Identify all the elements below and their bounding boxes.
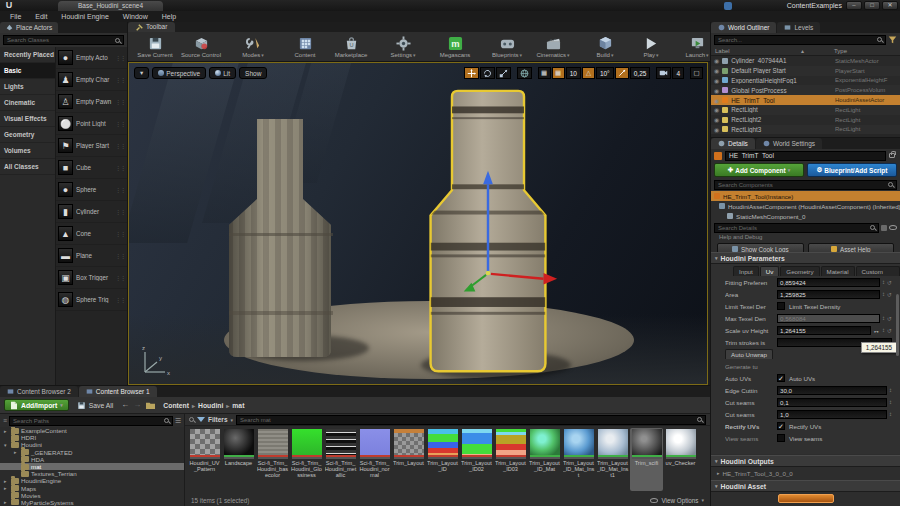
asset-tile[interactable]: Trim_Layout_ID_Mat_Inst1 <box>596 428 629 491</box>
grip-icon[interactable]: ⋮⋮ <box>115 98 125 105</box>
visibility-eye-icon[interactable]: ◉ <box>714 57 719 64</box>
outliner-row[interactable]: ◉ HE_TrimT_Tool HoudiniAssetActor <box>711 95 900 105</box>
display-filter-eye-icon[interactable] <box>889 225 897 230</box>
grip-icon[interactable]: ⋮⋮ <box>115 54 125 61</box>
type-column-header[interactable]: Type <box>834 48 896 54</box>
viewport-canvas[interactable]: ▾ Perspective Lit Show <box>128 62 708 385</box>
add-import-button[interactable]: Add/Import ▾ <box>4 399 69 411</box>
visibility-eye-icon[interactable]: ◉ <box>714 106 719 113</box>
expand-arrow-icon[interactable]: ▾ <box>4 442 9 448</box>
houdini-parameters-header[interactable]: ▾ Houdini Parameters <box>711 252 900 264</box>
outliner-row[interactable]: ◉ RectLight2 RectLight <box>711 115 900 125</box>
grip-icon[interactable]: ⋮⋮ <box>115 186 125 193</box>
show-cook-logs-button[interactable]: Show Cook Logs <box>717 243 804 252</box>
sources-toggle-icon[interactable]: ≡ <box>3 417 7 424</box>
folder-row[interactable]: ▸ _GENERATED <box>0 449 184 456</box>
actor-item[interactable]: ⚑ Player Start ⋮⋮ <box>56 135 127 157</box>
parameter-tab[interactable]: Uv <box>760 266 780 276</box>
grip-icon[interactable]: ⋮⋮ <box>115 252 125 259</box>
rotation-snap-value[interactable]: 10° <box>596 67 614 79</box>
level-tab[interactable]: Base_Houdini_scene4 <box>58 1 163 11</box>
blueprints-button[interactable]: Blueprints▾ <box>484 33 530 61</box>
lit-button[interactable]: Lit <box>209 67 236 79</box>
asset-tile[interactable]: Trim_Layout_ID_Mat <box>528 428 561 491</box>
actor-item[interactable]: ⚪ Point Light ⋮⋮ <box>56 113 127 135</box>
grip-icon[interactable]: ⋮⋮ <box>115 142 125 149</box>
rotation-snap-toggle[interactable]: △ <box>582 67 595 79</box>
nav-back-icon[interactable]: ← <box>121 399 129 411</box>
actor-item[interactable]: ▲ Cone ⋮⋮ <box>56 223 127 245</box>
revert-icon[interactable]: ↺ <box>887 279 892 286</box>
levels-tab[interactable]: Levels <box>777 22 820 33</box>
expand-icon[interactable]: ↕ <box>882 279 885 285</box>
visibility-eye-icon[interactable]: ◉ <box>714 116 719 123</box>
asset-tile[interactable]: Houdini_UV_Pattern <box>188 428 221 491</box>
maximize-viewport-button[interactable]: ▢ <box>690 67 703 79</box>
breadcrumb-item[interactable]: Houdini <box>198 402 223 409</box>
label-column-header[interactable]: Label <box>715 48 801 54</box>
menu-item[interactable]: Help <box>156 11 182 22</box>
scale-uv-height-input[interactable]: 1,264155 <box>777 326 871 335</box>
blueprint-add-script-button[interactable]: ⚙ Blueprint/Add Script <box>807 163 897 177</box>
menu-item[interactable]: Houdini Engine <box>55 11 114 22</box>
close-button[interactable]: ✕ <box>882 1 898 10</box>
actor-item[interactable]: ■ Cube ⋮⋮ <box>56 157 127 179</box>
houdini-asset-thumbnail[interactable] <box>778 494 834 503</box>
component-row[interactable]: StaticMeshComponent_0 <box>711 211 900 221</box>
grid-snap-value[interactable]: 10 <box>566 67 581 79</box>
rotate-tool-button[interactable] <box>480 67 495 79</box>
visibility-eye-icon[interactable]: ◉ <box>714 67 719 74</box>
source-control-button[interactable]: Source Control <box>178 33 224 61</box>
actor-item[interactable]: ● Sphere ⋮⋮ <box>56 179 127 201</box>
content-button[interactable]: Content <box>282 33 328 61</box>
visibility-eye-icon[interactable]: ◉ <box>714 97 719 104</box>
category-item[interactable]: Volumes <box>0 143 55 159</box>
cut-seams-input[interactable]: 0,1 <box>777 398 887 407</box>
outliner-row[interactable]: ◉ ExponentialHeightFog1 ExponentialHeigh… <box>711 76 900 86</box>
grip-icon[interactable]: ⋮⋮ <box>115 230 125 237</box>
visibility-eye-icon[interactable]: ◉ <box>714 126 719 133</box>
asset-tile[interactable]: Sci-fi_Trim_Houdini_metallic <box>324 428 357 491</box>
expand-arrow-icon[interactable]: ▸ <box>4 428 9 434</box>
search-paths-input[interactable] <box>9 416 173 426</box>
expand-icon[interactable]: ↕ <box>889 399 892 405</box>
fitting-preference-input[interactable]: 0,859424 <box>777 278 880 287</box>
surface-snap-button[interactable]: ▦ <box>538 67 551 79</box>
asset-tile[interactable]: Sci-fi_Trim_Houdini_normal <box>358 428 391 491</box>
outliner-row[interactable]: ◉ Global PostProcess PostProcessVolum <box>711 85 900 95</box>
outliner-row[interactable]: ◉ RectLight3 RectLight <box>711 125 900 135</box>
asset-tile[interactable]: Trim_Layout_ID_Mat_Inst <box>562 428 595 491</box>
area-input[interactable]: 1,259825 <box>777 290 880 299</box>
parameter-tab[interactable]: Geometry <box>780 266 819 276</box>
revert-icon[interactable]: ↺ <box>887 291 892 298</box>
component-row[interactable]: HoudiniAssetComponent (HoudiniAssetCompo… <box>711 201 900 211</box>
category-item[interactable]: Recently Placed <box>0 47 55 63</box>
expand-arrow-icon[interactable]: ▸ <box>4 485 9 491</box>
view-options-button[interactable]: View Options ▾ <box>650 497 704 504</box>
parameters-scrollbar[interactable] <box>896 294 899 356</box>
asset-tile[interactable]: Trim_scifi <box>630 428 663 491</box>
camera-speed-value[interactable]: 4 <box>672 67 684 79</box>
expand-icon[interactable]: ↕ <box>882 327 885 333</box>
revert-icon[interactable]: ↺ <box>887 327 892 334</box>
menu-item[interactable]: File <box>4 11 27 22</box>
auto-unwrap-tab[interactable]: Auto Unwrap <box>725 349 773 359</box>
asset-tile[interactable]: Landscape <box>222 428 255 491</box>
move-tool-button[interactable] <box>464 67 479 79</box>
houdini-asset-header[interactable]: ▾ Houdini Asset <box>711 480 900 492</box>
left-mesh[interactable] <box>221 115 341 360</box>
folder-row[interactable]: Textures_Terrian <box>0 470 184 477</box>
outliner-search-input[interactable] <box>714 35 886 45</box>
world-outliner-tab[interactable]: World Outliner <box>711 22 776 33</box>
breadcrumb-item[interactable]: Content <box>163 402 189 409</box>
content-browser-1-tab[interactable]: Content Browser 1 <box>79 386 157 397</box>
world-settings-tab[interactable]: World Settings <box>756 138 822 149</box>
list-view-icon[interactable]: ☰ <box>175 417 181 425</box>
content-browser-2-tab[interactable]: Content Browser 2 <box>0 386 78 397</box>
grip-icon[interactable]: ⋮⋮ <box>115 164 125 171</box>
megascans-button[interactable]: m Megascans <box>432 33 478 61</box>
add-filter-icon[interactable] <box>888 35 897 44</box>
category-item[interactable]: All Classes <box>0 159 55 175</box>
expand-arrow-icon[interactable]: ▸ <box>4 499 9 505</box>
limit-texel-checkbox[interactable] <box>777 302 785 310</box>
